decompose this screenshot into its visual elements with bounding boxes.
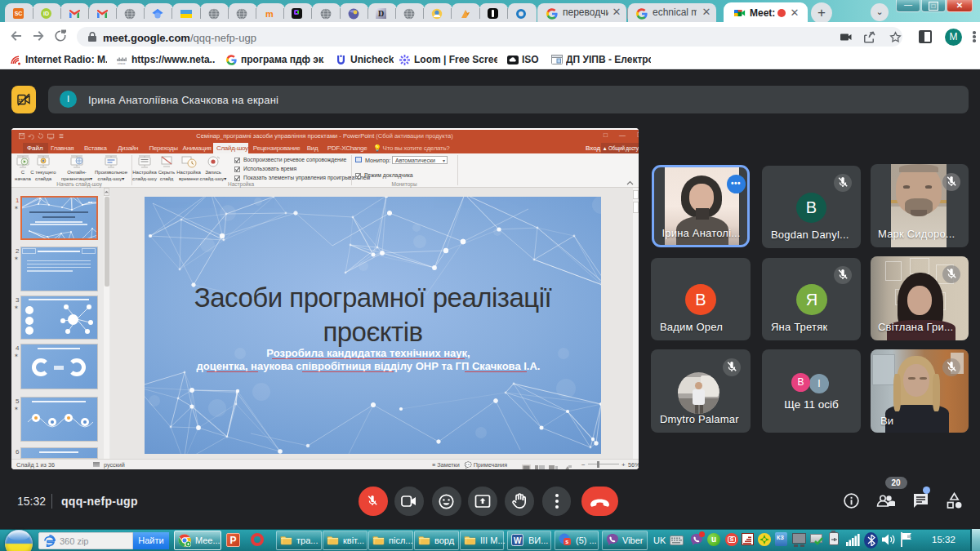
svg-text:cisco: cisco [118, 61, 126, 65]
svg-text:W: W [514, 536, 522, 545]
svg-text:s: s [565, 539, 568, 544]
